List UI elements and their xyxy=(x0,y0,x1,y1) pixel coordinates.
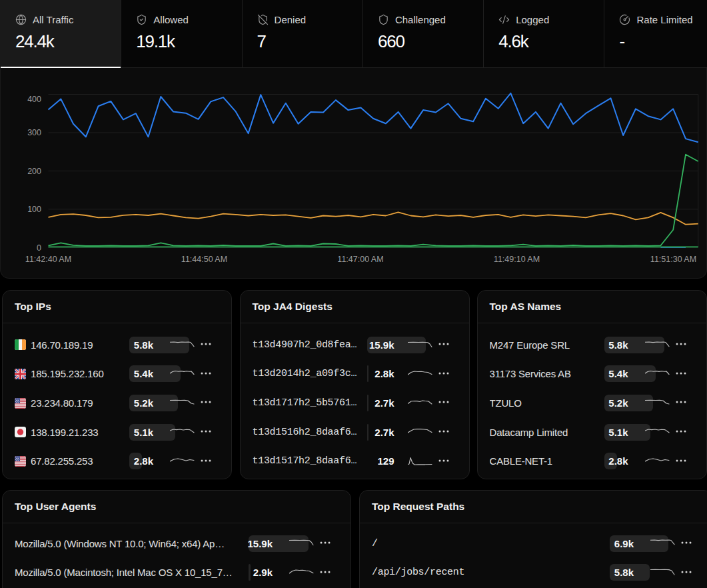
svg-text:200: 200 xyxy=(27,167,41,176)
svg-text:0: 0 xyxy=(37,243,41,253)
svg-text:11:42:40 AM: 11:42:40 AM xyxy=(25,255,71,264)
svg-text:400: 400 xyxy=(27,95,41,104)
svg-text:11:51:30 AM: 11:51:30 AM xyxy=(650,255,696,264)
svg-text:100: 100 xyxy=(27,205,41,214)
svg-text:11:49:10 AM: 11:49:10 AM xyxy=(494,255,540,264)
svg-text:300: 300 xyxy=(27,128,41,137)
svg-text:11:47:00 AM: 11:47:00 AM xyxy=(337,255,383,264)
svg-text:11:44:50 AM: 11:44:50 AM xyxy=(181,255,227,264)
